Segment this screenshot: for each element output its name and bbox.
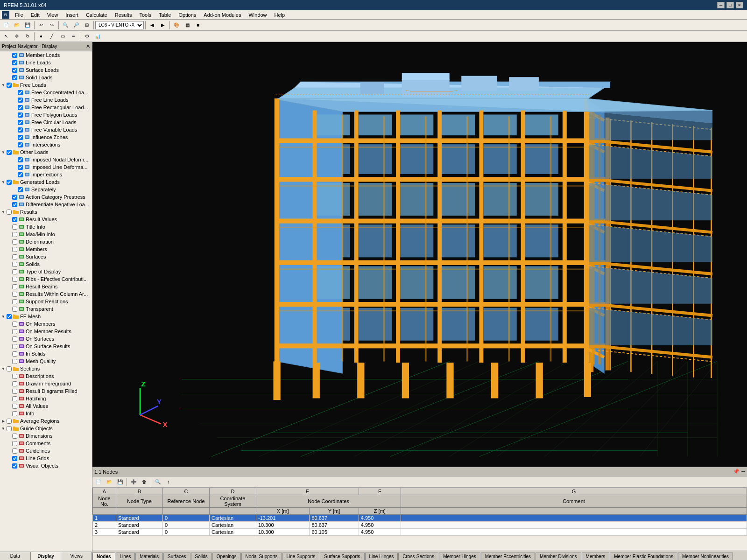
tree-expand-solid-loads[interactable] bbox=[7, 75, 11, 80]
tab-data[interactable]: Data bbox=[0, 552, 31, 560]
checkbox-free-rect[interactable] bbox=[18, 105, 23, 110]
menu-item-view[interactable]: View bbox=[43, 11, 62, 19]
checkbox-solids[interactable] bbox=[12, 262, 17, 267]
tree-expand-generated-loads[interactable]: ▼ bbox=[1, 180, 6, 184]
menu-item-calculate[interactable]: Calculate bbox=[82, 11, 111, 19]
nav-close-btn[interactable]: ✕ bbox=[86, 43, 90, 49]
data-tab-line-hinges[interactable]: Line Hinges bbox=[365, 553, 398, 560]
menu-item-tools[interactable]: Tools bbox=[135, 11, 155, 19]
tree-item-members[interactable]: Members bbox=[0, 245, 92, 253]
node-btn[interactable]: ● bbox=[36, 32, 46, 41]
tree-item-results-within[interactable]: Results Within Column Ar... bbox=[0, 290, 92, 298]
menu-item-file[interactable]: File bbox=[11, 11, 27, 19]
data-panel-min-btn[interactable]: ─ bbox=[741, 469, 745, 475]
tree-expand-draw-foreground[interactable] bbox=[7, 381, 11, 386]
tree-item-member-loads[interactable]: Member Loads bbox=[0, 51, 92, 59]
undo-btn[interactable]: ↩ bbox=[36, 21, 46, 30]
checkbox-free-polygon[interactable] bbox=[18, 112, 23, 118]
tree-item-separately[interactable]: Separately bbox=[0, 186, 92, 193]
tree-expand-in-solids[interactable] bbox=[7, 351, 11, 356]
data-open-btn[interactable]: 📂 bbox=[104, 477, 114, 487]
checkbox-visual-objects[interactable] bbox=[12, 463, 17, 469]
tree-expand-free-variable[interactable] bbox=[12, 127, 17, 132]
checkbox-result-values[interactable] bbox=[12, 217, 17, 222]
tree-item-intersections[interactable]: Intersections bbox=[0, 141, 92, 148]
tree-expand-on-members[interactable] bbox=[7, 322, 11, 326]
tree-expand-line-loads[interactable] bbox=[7, 60, 11, 65]
tree-item-free-loads[interactable]: ▼Free Loads bbox=[0, 81, 92, 89]
nav-tree[interactable]: Member LoadsLine LoadsSurface LoadsSolid… bbox=[0, 51, 92, 552]
data-sort-btn[interactable]: ↕ bbox=[163, 477, 174, 487]
tree-item-results[interactable]: ▼Results bbox=[0, 208, 92, 216]
tree-expand-sections[interactable]: ▼ bbox=[1, 366, 6, 371]
minimize-button[interactable]: ─ bbox=[717, 2, 725, 8]
tree-item-on-surfaces[interactable]: On Surfaces bbox=[0, 335, 92, 343]
tree-item-surface-loads[interactable]: Surface Loads bbox=[0, 66, 92, 74]
maximize-button[interactable]: □ bbox=[726, 2, 734, 8]
data-tab-member-divisions[interactable]: Member Divisions bbox=[536, 553, 581, 560]
checkbox-mesh-quality[interactable] bbox=[12, 359, 17, 364]
line-btn[interactable]: ╱ bbox=[47, 32, 57, 41]
tree-item-ribs-eff[interactable]: Ribs - Effective Contributi... bbox=[0, 275, 92, 283]
checkbox-on-member-results[interactable] bbox=[12, 329, 17, 334]
tree-item-on-members[interactable]: On Members bbox=[0, 320, 92, 328]
tree-item-maxmin-info[interactable]: Max/Min Info bbox=[0, 231, 92, 238]
data-tab-nodes[interactable]: Nodes bbox=[92, 553, 115, 560]
data-delete-btn[interactable]: 🗑 bbox=[139, 477, 149, 487]
menu-item-edit[interactable]: Edit bbox=[27, 11, 43, 19]
checkbox-descriptions[interactable] bbox=[12, 374, 17, 379]
data-save-btn[interactable]: 💾 bbox=[115, 477, 125, 487]
tree-item-guidelines[interactable]: Guidelines bbox=[0, 447, 92, 455]
checkbox-intersections[interactable] bbox=[18, 142, 23, 147]
wireframe-btn[interactable]: ▦ bbox=[182, 21, 192, 30]
tree-expand-info[interactable] bbox=[7, 411, 11, 416]
tab-display[interactable]: Display bbox=[31, 552, 62, 560]
redo-btn[interactable]: ↪ bbox=[47, 21, 57, 30]
data-tab-surfaces[interactable]: Surfaces bbox=[163, 553, 190, 560]
tree-item-visual-objects[interactable]: Visual Objects bbox=[0, 462, 92, 469]
tree-item-free-variable[interactable]: Free Variable Loads bbox=[0, 126, 92, 133]
checkbox-free-conc[interactable] bbox=[18, 90, 23, 95]
save-btn[interactable]: 💾 bbox=[22, 21, 33, 30]
viewport-3d[interactable]: Z X Y ←————————→ bbox=[92, 42, 747, 467]
checkbox-guidelines[interactable] bbox=[12, 448, 17, 454]
surface-btn[interactable]: ▭ bbox=[57, 32, 68, 41]
tree-item-descriptions[interactable]: Descriptions bbox=[0, 372, 92, 380]
checkbox-dimensions[interactable] bbox=[12, 434, 17, 439]
checkbox-info[interactable] bbox=[12, 411, 17, 416]
checkbox-deformation[interactable] bbox=[12, 239, 17, 245]
tree-item-deformation[interactable]: Deformation bbox=[0, 238, 92, 245]
checkbox-surfaces[interactable] bbox=[12, 254, 17, 259]
menu-item-table[interactable]: Table bbox=[155, 11, 175, 19]
checkbox-free-circular[interactable] bbox=[18, 120, 23, 125]
tree-expand-guidelines[interactable] bbox=[7, 448, 11, 453]
tree-item-line-loads[interactable]: Line Loads bbox=[0, 59, 92, 66]
checkbox-generated-loads[interactable] bbox=[7, 180, 12, 185]
tree-expand-all-values[interactable] bbox=[7, 404, 11, 408]
open-btn[interactable]: 📂 bbox=[12, 21, 22, 30]
checkbox-free-variable[interactable] bbox=[18, 127, 23, 133]
checkbox-diff-neg[interactable] bbox=[12, 202, 17, 207]
checkbox-all-values[interactable] bbox=[12, 404, 17, 409]
tree-item-result-diagrams[interactable]: Result Diagrams Filled bbox=[0, 387, 92, 395]
select-btn[interactable]: ↖ bbox=[1, 32, 11, 41]
tree-expand-free-rect[interactable] bbox=[12, 105, 17, 110]
tree-expand-free-loads[interactable]: ▼ bbox=[1, 83, 6, 87]
checkbox-ribs-eff[interactable] bbox=[12, 277, 17, 282]
tree-expand-deformation[interactable] bbox=[7, 239, 11, 244]
tree-item-generated-loads[interactable]: ▼Generated Loads bbox=[0, 178, 92, 186]
checkbox-results-within[interactable] bbox=[12, 292, 17, 297]
tree-expand-result-beams[interactable] bbox=[7, 284, 11, 289]
tree-expand-ribs-eff[interactable] bbox=[7, 277, 11, 281]
table-row[interactable]: 3Standard0Cartesian10.30060.1054.950 bbox=[93, 529, 747, 536]
menu-item-help[interactable]: Help bbox=[271, 11, 289, 19]
tree-item-info[interactable]: Info bbox=[0, 410, 92, 417]
tree-expand-result-values[interactable] bbox=[7, 217, 11, 222]
zoom-in-btn[interactable]: 🔍 bbox=[60, 21, 70, 30]
rotate-btn[interactable]: ↻ bbox=[22, 32, 33, 41]
checkbox-title-info[interactable] bbox=[12, 224, 17, 230]
checkbox-line-loads[interactable] bbox=[12, 60, 17, 65]
tree-expand-mesh-quality[interactable] bbox=[7, 359, 11, 364]
tree-expand-imperfections[interactable] bbox=[12, 172, 17, 177]
checkbox-in-solids[interactable] bbox=[12, 351, 17, 357]
